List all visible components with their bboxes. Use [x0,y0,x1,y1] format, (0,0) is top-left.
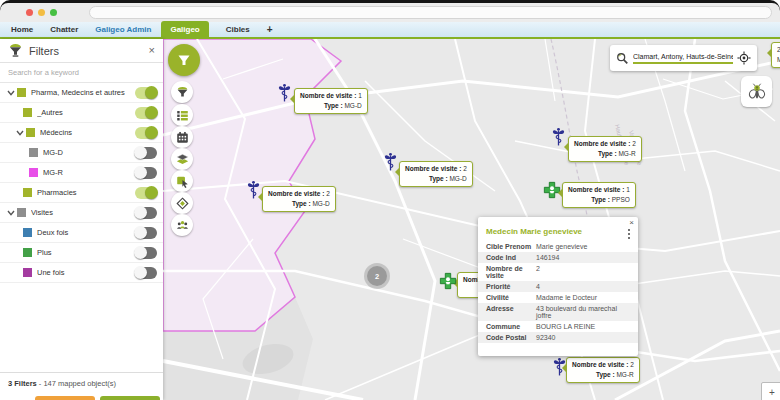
spatial-analysis-tool-button[interactable] [171,192,193,214]
filter-item-deux-fois[interactable]: Deux fois [0,223,163,243]
locate-icon[interactable] [737,51,751,65]
layers-tool-button[interactable] [171,148,193,170]
minimize-window-icon[interactable] [38,9,45,16]
toggle-switch[interactable] [135,87,157,99]
filter-item-mg-d[interactable]: MG-D [0,143,163,163]
tooltip-label: Nombre de visite : [574,140,630,147]
layer-color-swatch [29,168,38,177]
legend-list-icon [176,109,189,122]
tab-home[interactable]: Home [11,25,33,34]
maximize-window-icon[interactable] [50,9,57,16]
map-tooltip: Nombre de visite : 2 Type : MG-R [566,357,640,383]
filters-footer: 3 Filters - 147 mapped object(s) [0,372,163,400]
popup-field-label: Adresse [478,305,536,319]
filter-item-visites[interactable]: Visites [0,203,163,223]
toggle-switch[interactable] [135,107,157,119]
popup-field-label: Code Postal [478,334,536,341]
filter-item-medecins[interactable]: Médecins [0,123,163,143]
filter-funnel-icon [8,43,23,58]
filter-item-label: Pharma, Medecins et autres [31,88,135,97]
address-bar[interactable] [89,6,772,19]
filter-item-label: Pharmacies [37,188,135,197]
layer-color-swatch [17,88,26,97]
filter-funnel-icon [176,52,192,68]
tab-galigeo[interactable]: Galigeo [161,21,208,37]
sidebar-action-button-orange[interactable] [35,396,95,400]
tooltip-label: Type : [591,196,610,203]
filters-toolbar-button[interactable] [168,44,200,76]
crowd-tool-button[interactable] [171,214,193,236]
close-icon[interactable]: × [149,45,155,56]
chevron-down-icon[interactable] [14,130,26,136]
tab-cibles[interactable]: Cibles [226,25,250,34]
layer-color-swatch [23,188,32,197]
filter-item-pharmacies[interactable]: Pharmacies [0,183,163,203]
filter-item-une-fois[interactable]: Une fois [0,263,163,283]
sidebar-action-button-green[interactable] [100,396,160,400]
tooltip-value: 2 [630,361,634,368]
filter-tool-button[interactable] [171,81,193,103]
popup-field-value: 4 [536,283,638,290]
tab-chatter[interactable]: Chatter [50,25,78,34]
filter-count-rest: - 147 mapped object(s) [37,379,116,388]
select-area-tool-button[interactable] [171,170,193,192]
filters-panel: Filters × Search for a keyword Pharma, M… [0,39,163,400]
popup-row: CivilitéMadame le Docteur [478,292,638,303]
tooltip-label: Type : [324,102,343,109]
toggle-switch[interactable] [135,147,157,159]
legend-tool-button[interactable] [171,104,193,126]
tooltip-value: MG-R [618,150,635,157]
search-icon [616,52,629,65]
zoom-in-button[interactable]: + [761,382,780,400]
tooltip-line: Nombre de visite : 1 [300,91,362,101]
popup-row: Code Ind146194 [478,252,638,263]
filter-item-label: Visites [31,208,135,217]
filter-item-label: Deux fois [37,228,135,237]
popup-row: CommuneBOURG LA REINE [478,321,638,332]
tab-galigeo-admin[interactable]: Galigeo Admin [95,25,151,34]
tooltip-value: 2 [632,140,636,147]
popup-row: Code Postal92340 [478,332,638,343]
toggle-switch[interactable] [135,227,157,239]
tooltip-value: 1 [358,92,362,99]
chevron-down-icon[interactable] [5,210,17,216]
layer-color-swatch [23,108,32,117]
filter-item-plus[interactable]: Plus [0,243,163,263]
popup-title: Medecin Marie genevieve [478,217,638,241]
calendar-tool-button[interactable] [171,126,193,148]
map-canvas[interactable]: Hauts-de-Seine Val-de-Marne [163,39,780,400]
popup-field-value: Madame le Docteur [536,294,638,301]
cluster-marker[interactable]: 2 [367,266,387,286]
filter-item-autres[interactable]: _Autres [0,103,163,123]
filter-item-mg-r[interactable]: MG-R [0,163,163,183]
toggle-switch[interactable] [135,207,157,219]
popup-field-value: 146194 [536,254,638,261]
pharmacie-marker[interactable] [439,272,457,290]
tab-add[interactable]: + [267,24,273,35]
filter-item-pharma-medecins[interactable]: Pharma, Medecins et autres [0,83,163,103]
map-tooltip: Nombre de visite : 1 Type : MG-D [294,88,368,114]
popup-field-label: Commune [478,323,536,330]
toggle-switch[interactable] [135,247,157,259]
close-window-icon[interactable] [26,9,33,16]
kebab-menu-icon[interactable] [628,229,630,239]
toggle-switch[interactable] [135,167,157,179]
map-tooltip: Nombre de visite : 2 Type : MG-D [262,186,336,212]
tooltip-value: 2 [326,190,330,197]
layer-color-swatch [17,208,26,217]
map-search-box[interactable]: Clamart, Antony, Hauts-de-Seine, Î [610,45,757,71]
filter-search-input[interactable]: Search for a keyword [0,63,163,83]
toggle-switch[interactable] [135,187,157,199]
toggle-switch[interactable] [135,267,157,279]
galigeo-logo-button[interactable] [741,76,772,107]
tooltip-label: Nombre de visite : [405,165,461,172]
tooltip-value: MG-D [344,102,361,109]
close-icon[interactable]: × [629,218,634,227]
layer-color-swatch [26,128,35,137]
popup-field-label: Code Ind [478,254,536,261]
map-select-icon [176,175,189,188]
search-input[interactable]: Clamart, Antony, Hauts-de-Seine, Î [633,53,733,64]
chevron-down-icon[interactable] [5,90,17,96]
toggle-switch[interactable] [135,127,157,139]
tooltip-value: 2 [463,165,467,172]
